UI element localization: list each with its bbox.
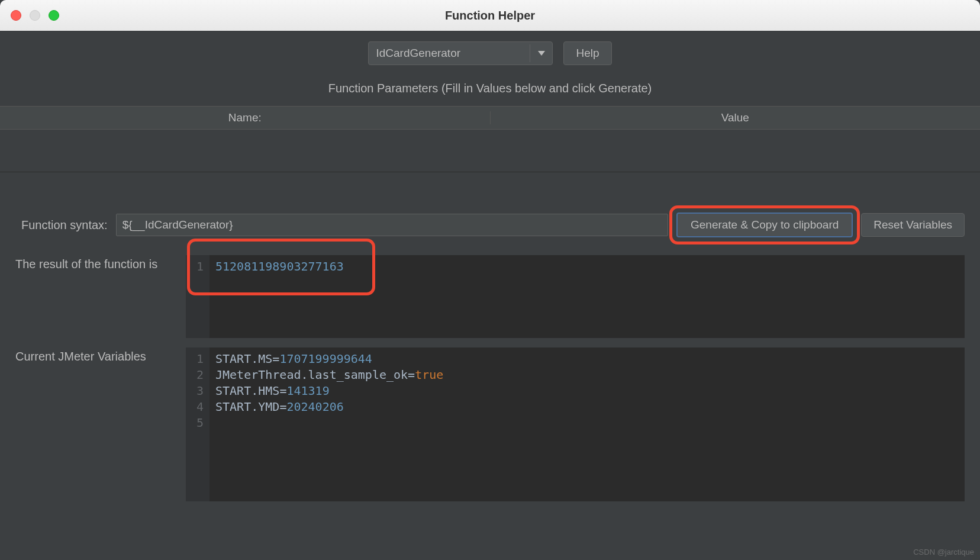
result-content: 512081198903277163 xyxy=(209,255,350,338)
variable-line: JMeterThread.last_sample_ok=true xyxy=(215,368,443,382)
reset-variables-button[interactable]: Reset Variables xyxy=(861,213,965,237)
content-area: IdCardGenerator Help Function Parameters… xyxy=(0,31,980,501)
syntax-row: Function syntax: Generate & Copy to clip… xyxy=(0,172,980,243)
generate-copy-button[interactable]: Generate & Copy to clipboard xyxy=(676,213,853,237)
function-syntax-input[interactable] xyxy=(116,214,668,236)
result-gutter: 1 xyxy=(186,255,209,338)
help-button[interactable]: Help xyxy=(563,41,611,65)
traffic-lights xyxy=(0,10,59,21)
variables-gutter: 12345 xyxy=(186,347,209,501)
result-value: 512081198903277163 xyxy=(215,259,344,273)
parameters-table-header: Name: Value xyxy=(0,106,980,130)
variable-line: START.MS=1707199999644 xyxy=(215,352,372,366)
function-syntax-label: Function syntax: xyxy=(21,218,108,232)
minimize-window-button[interactable] xyxy=(30,10,40,21)
col-name-header: Name: xyxy=(0,111,491,124)
svg-marker-0 xyxy=(538,51,545,56)
variable-line: START.HMS=141319 xyxy=(215,384,330,398)
result-label: The result of the function is xyxy=(15,255,180,271)
chevron-down-icon xyxy=(530,44,547,62)
result-textarea[interactable]: 1 512081198903277163 xyxy=(186,255,965,338)
top-row: IdCardGenerator Help xyxy=(0,31,980,78)
result-area: The result of the function is 1 51208119… xyxy=(0,243,980,338)
watermark: CSDN @jarctique xyxy=(913,548,974,556)
parameters-table-body[interactable] xyxy=(0,130,980,172)
zoom-window-button[interactable] xyxy=(49,10,59,21)
variable-line: START.YMD=20240206 xyxy=(215,400,344,414)
col-value-header: Value xyxy=(491,111,981,124)
variables-label: Current JMeter Variables xyxy=(15,347,180,363)
generate-button-wrap: Generate & Copy to clipboard xyxy=(676,213,853,237)
titlebar: Function Helper xyxy=(0,0,980,31)
variables-area: Current JMeter Variables 12345 START.MS=… xyxy=(0,338,980,501)
function-select-value: IdCardGenerator xyxy=(376,47,460,60)
variables-textarea[interactable]: 12345 START.MS=1707199999644 JMeterThrea… xyxy=(186,347,965,501)
function-select-dropdown[interactable]: IdCardGenerator xyxy=(368,41,553,65)
parameters-section-label: Function Parameters (Fill in Values belo… xyxy=(0,78,980,106)
close-window-button[interactable] xyxy=(11,10,21,21)
window-title: Function Helper xyxy=(445,9,535,22)
variables-content: START.MS=1707199999644 JMeterThread.last… xyxy=(209,347,449,501)
